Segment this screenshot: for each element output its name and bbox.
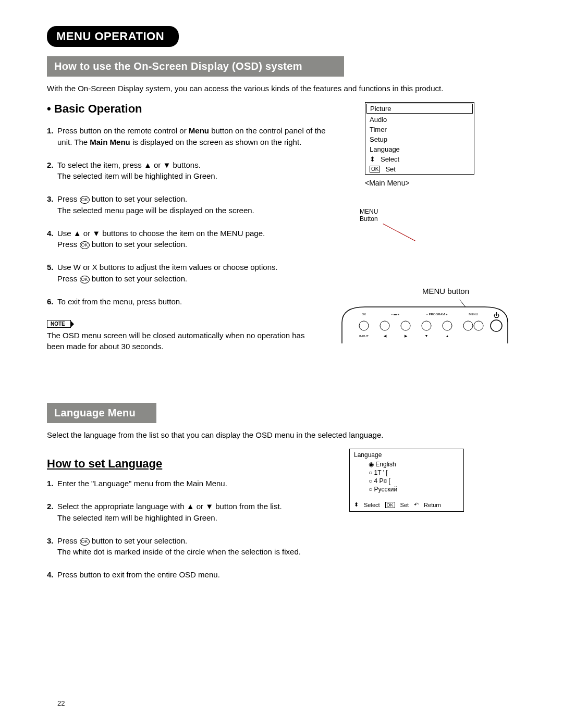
step-text: Use ▲ or ▼ buttons to choose the item on… <box>57 229 265 249</box>
lang-osd-title: Language <box>354 451 459 459</box>
osd-item-language: Language <box>365 144 474 154</box>
step-text: Select the appropriate language with ▲ o… <box>57 502 282 522</box>
osd-item-setup: Setup <box>365 134 474 144</box>
step-item: 1.Press button on the remote control or … <box>47 125 328 148</box>
osd-item-picture: Picture <box>366 104 473 114</box>
section-bar-language: Language Menu <box>47 403 156 423</box>
svg-text:MENU: MENU <box>469 313 478 316</box>
step-text: Enter the "Language" menu from the Main … <box>57 479 227 488</box>
section-bar-osd: How to use the On-Screen Display (OSD) s… <box>47 56 344 77</box>
step-text: Press button to exit from the entire OSD… <box>57 570 220 579</box>
language-steps: 1.Enter the "Language" menu from the Mai… <box>47 478 328 581</box>
step-number: 2. <box>47 159 54 171</box>
section2-intro: Select the language from the list so tha… <box>47 430 516 439</box>
main-menu-caption: <Main Menu> <box>365 179 516 187</box>
lang-option-2: 1T ' [ <box>369 469 459 476</box>
step-number: 6. <box>47 296 54 307</box>
svg-text:INPUT: INPUT <box>359 335 369 338</box>
language-osd: Language English 1T ' [ 4 P¤ [ Русский ⬍… <box>349 449 464 512</box>
return-icon <box>414 501 419 508</box>
step-number: 1. <box>47 478 54 489</box>
ok-box-icon: OK <box>385 502 395 508</box>
menu-button-label-remote: MENU Button <box>360 208 516 223</box>
step-item: 2.Select the appropriate language with ▲… <box>47 501 328 524</box>
osd-select-label: Select <box>381 155 399 163</box>
menu-button-caption: MENU button <box>375 287 516 295</box>
svg-text:OK: OK <box>362 313 366 316</box>
step-item: 2.To select the item, press ▲ or ▼ butto… <box>47 159 328 182</box>
lang-set-label: Set <box>400 502 409 508</box>
svg-text:▼: ▼ <box>425 334 429 338</box>
step-number: 4. <box>47 569 54 581</box>
step-text: Press OK button to set your selection.Th… <box>57 194 254 215</box>
ok-box-icon: OK <box>370 166 380 172</box>
step-item: 4.Use ▲ or ▼ buttons to choose the item … <box>47 228 328 251</box>
heading-basic-operation: Basic Operation <box>47 102 328 116</box>
updown-icon: ⬍ <box>370 155 375 163</box>
page-number: 22 <box>57 699 65 707</box>
step-item: 3.Press OK button to set your selection.… <box>47 193 328 216</box>
step-number: 3. <box>47 535 54 547</box>
callout-line-icon <box>383 224 415 241</box>
osd-set-label: Set <box>385 165 396 173</box>
svg-text:⏻: ⏻ <box>494 312 499 318</box>
updown-icon: ⬍ <box>354 501 359 508</box>
svg-text:–  ▬  +: – ▬ + <box>391 313 400 316</box>
osd-item-audio: Audio <box>365 115 474 125</box>
note-label: NOTE <box>47 320 71 328</box>
note-text: The OSD menu screen will be closed autom… <box>47 330 318 352</box>
section1-intro: With the On-Screen Display system, you c… <box>47 84 516 93</box>
step-item: 1.Enter the "Language" menu from the Mai… <box>47 478 328 489</box>
step-number: 5. <box>47 262 54 273</box>
lang-option-russian: Русский <box>369 486 459 493</box>
lang-select-label: Select <box>364 502 380 508</box>
control-panel-illustration: ⏻ OK – ▬ + – PROGRAM + MENU INPUT ◀ ▶ ▼ … <box>339 300 511 347</box>
page-title-pill: MENU OPERATION <box>47 26 179 47</box>
step-text: To select the item, press ▲ or ▼ buttons… <box>57 161 217 181</box>
lang-option-3: 4 P¤ [ <box>369 477 459 485</box>
step-text: Press OK button to set your selection.Th… <box>57 536 301 557</box>
step-item: 4.Press button to exit from the entire O… <box>47 569 328 581</box>
lang-option-english: English <box>369 461 459 468</box>
step-text: To exit from the menu, press button. <box>57 297 182 306</box>
step-item: 5.Use W or X buttons to adjust the item … <box>47 262 328 285</box>
basic-operation-steps: 1.Press button on the remote control or … <box>47 125 328 307</box>
svg-text:▲: ▲ <box>446 334 449 338</box>
main-menu-osd: Picture Audio Timer Setup Language ⬍ Sel… <box>365 102 474 175</box>
step-number: 4. <box>47 228 54 239</box>
step-text: Press button on the remote control or Me… <box>57 126 325 146</box>
osd-item-timer: Timer <box>365 125 474 134</box>
lang-return-label: Return <box>424 502 441 508</box>
step-text: Use W or X buttons to adjust the item va… <box>57 263 278 283</box>
step-item: 3.Press OK button to set your selection.… <box>47 535 328 558</box>
svg-text:– PROGRAM +: – PROGRAM + <box>426 313 448 316</box>
step-number: 2. <box>47 501 54 512</box>
heading-set-language: How to set Language <box>47 457 162 471</box>
step-item: 6.To exit from the menu, press button. <box>47 296 328 307</box>
step-number: 1. <box>47 125 54 137</box>
step-number: 3. <box>47 193 54 205</box>
